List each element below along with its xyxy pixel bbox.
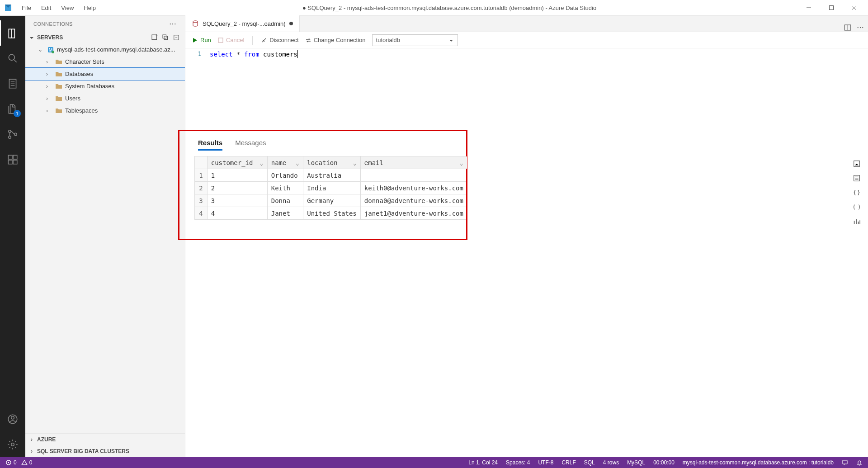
menu-view[interactable]: View <box>57 3 78 13</box>
chevron-down-icon[interactable]: ⌄ <box>259 159 263 166</box>
svg-point-5 <box>14 133 17 135</box>
activity-source-control-icon[interactable] <box>0 122 25 147</box>
status-eol[interactable]: CRLF <box>561 459 576 466</box>
activity-search-icon[interactable] <box>0 46 25 71</box>
sidebar-title: CONNECTIONS <box>33 21 73 27</box>
svg-rect-8 <box>13 160 17 164</box>
results-grid[interactable]: customer_id⌄ name⌄ location⌄ email⌄ 1 1 … <box>194 156 467 220</box>
svg-rect-28 <box>218 38 223 43</box>
status-encoding[interactable]: UTF-8 <box>538 459 553 466</box>
sql-file-icon <box>192 20 199 28</box>
status-warnings[interactable]: 0 <box>21 459 33 466</box>
svg-point-27 <box>862 27 863 28</box>
folder-icon <box>55 107 62 114</box>
servers-section-header[interactable]: SERVERS <box>25 32 185 43</box>
menu-edit[interactable]: Edit <box>37 3 56 13</box>
table-row[interactable]: 4 4 Janet United States janet1@adventure… <box>195 207 467 220</box>
table-row[interactable]: 2 2 Keith India keith0@adventure-works.c… <box>195 182 467 194</box>
menu-help[interactable]: Help <box>79 3 100 13</box>
svg-point-11 <box>11 416 14 420</box>
tab-messages[interactable]: Messages <box>235 139 266 151</box>
tree-node-users[interactable]: › Users <box>25 92 185 104</box>
code-editor[interactable]: 1 select * from customers <box>185 48 868 132</box>
svg-rect-9 <box>13 155 17 159</box>
chevron-down-icon[interactable]: ⌄ <box>296 159 299 166</box>
svg-point-12 <box>11 443 14 446</box>
status-time[interactable]: 00:00:00 <box>653 459 675 466</box>
activity-notebooks-icon[interactable] <box>0 71 25 96</box>
window-maximize-button[interactable] <box>821 1 842 14</box>
table-row[interactable]: 1 1 Orlando Australia <box>195 169 467 182</box>
save-xml-icon[interactable] <box>853 203 861 211</box>
main-area: SQLQuery_2 - mysql-...oadmin) Run Cancel… <box>185 16 868 457</box>
text-cursor <box>297 50 298 58</box>
editor-tab[interactable]: SQLQuery_2 - mysql-...oadmin) <box>185 15 300 32</box>
collapse-all-icon[interactable] <box>172 33 180 42</box>
save-excel-icon[interactable] <box>853 174 861 182</box>
tree-node-character-sets[interactable]: › Character Sets <box>25 56 185 68</box>
svg-point-14 <box>172 23 173 24</box>
cancel-button[interactable]: Cancel <box>217 37 244 43</box>
database-select[interactable]: tutorialdb <box>372 34 458 46</box>
activity-connections-icon[interactable] <box>0 20 25 46</box>
svg-rect-32 <box>843 460 847 464</box>
more-actions-icon[interactable] <box>856 24 864 32</box>
chevron-right-icon: › <box>46 59 52 65</box>
chart-icon[interactable] <box>853 217 861 226</box>
status-language[interactable]: SQL <box>584 459 595 466</box>
window-close-button[interactable] <box>844 1 864 14</box>
new-connection-icon[interactable] <box>151 33 159 42</box>
status-errors[interactable]: 0 <box>5 459 17 466</box>
status-ln-col[interactable]: Ln 1, Col 24 <box>468 459 498 466</box>
svg-rect-18 <box>164 36 168 40</box>
activity-bar: 1 <box>0 16 25 457</box>
tree-node-databases[interactable]: › Databases <box>25 68 185 80</box>
window-minimize-button[interactable] <box>798 1 819 14</box>
status-rows[interactable]: 4 rows <box>603 459 619 466</box>
save-csv-icon[interactable] <box>853 160 861 168</box>
activity-explorer-icon[interactable]: 1 <box>0 96 25 122</box>
change-connection-button[interactable]: Change Connection <box>305 37 366 43</box>
activity-extensions-icon[interactable] <box>0 147 25 172</box>
svg-point-23 <box>193 21 198 23</box>
disconnect-button[interactable]: Disconnect <box>261 37 298 43</box>
folder-icon <box>55 82 62 90</box>
chevron-right-icon: › <box>46 108 52 114</box>
table-row[interactable]: 3 3 Donna Germany donna0@adventure-works… <box>195 194 467 207</box>
query-toolbar: Run Cancel Disconnect Change Connection … <box>185 32 868 48</box>
run-button[interactable]: Run <box>192 37 211 43</box>
sidebar-section-bigdata[interactable]: › SQL SERVER BIG DATA CLUSTERS <box>25 445 185 457</box>
sidebar-more-icon[interactable] <box>169 20 177 28</box>
split-editor-icon[interactable] <box>844 24 852 32</box>
tree-server-node[interactable]: ⌄ M mysql-ads-test-common.mysql.database… <box>25 43 185 56</box>
tab-results[interactable]: Results <box>198 139 222 151</box>
tree-node-tablespaces[interactable]: › Tablespaces <box>25 104 185 117</box>
status-spaces[interactable]: Spaces: 4 <box>506 459 530 466</box>
app-icon <box>4 3 13 12</box>
line-number: 1 <box>185 48 210 60</box>
chevron-right-icon: › <box>31 436 37 443</box>
sidebar-section-azure[interactable]: › AZURE <box>25 434 185 445</box>
save-json-icon[interactable] <box>853 189 861 197</box>
chevron-down-icon[interactable]: ⌄ <box>353 159 356 166</box>
chevron-right-icon: › <box>46 71 52 77</box>
folder-icon <box>55 70 62 78</box>
server-tree: ⌄ M mysql-ads-test-common.mysql.database… <box>25 43 185 433</box>
results-panel: Results Messages customer_id⌄ name⌄ loca… <box>185 132 868 457</box>
activity-settings-icon[interactable] <box>0 432 25 457</box>
status-engine[interactable]: MySQL <box>627 459 645 466</box>
svg-point-1 <box>9 54 14 60</box>
status-connection[interactable]: mysql-ads-test-common.mysql.database.azu… <box>683 459 834 466</box>
new-group-icon[interactable] <box>161 33 170 42</box>
notifications-icon[interactable] <box>856 459 863 466</box>
chevron-down-icon: ⌄ <box>38 47 44 53</box>
chevron-down-icon[interactable]: ⌄ <box>460 159 463 166</box>
chevron-right-icon: › <box>31 448 37 454</box>
svg-point-22 <box>52 51 54 53</box>
results-action-bar <box>853 160 861 226</box>
chevron-right-icon: › <box>46 95 52 102</box>
feedback-icon[interactable] <box>842 459 848 466</box>
tree-node-system-databases[interactable]: › System Databases <box>25 80 185 92</box>
menu-file[interactable]: File <box>17 3 36 13</box>
activity-account-icon[interactable] <box>0 407 25 432</box>
